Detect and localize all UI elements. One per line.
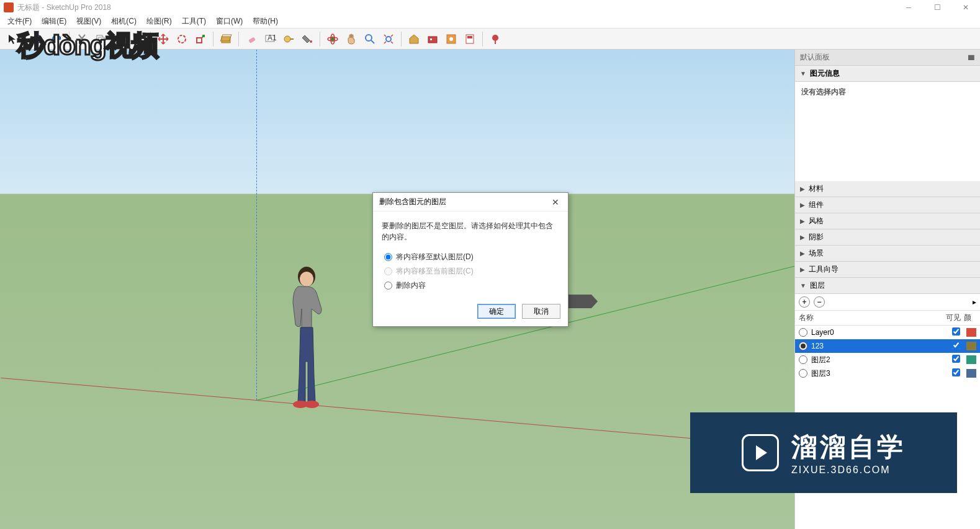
title-bar: 无标题 - SketchUp Pro 2018 ─ ☐ ✕: [0, 0, 980, 15]
layer-row[interactable]: 123: [795, 339, 980, 353]
layout-icon[interactable]: [461, 30, 479, 48]
svg-point-17: [284, 36, 290, 42]
svg-point-25: [386, 37, 391, 42]
layer-visible-checkbox[interactable]: [952, 368, 960, 376]
collapse-icon: ▼: [800, 70, 806, 77]
zoom-extents-icon[interactable]: [380, 30, 397, 48]
scale-icon[interactable]: [192, 30, 209, 48]
tray-title[interactable]: 默认面板 ⯀: [795, 50, 980, 66]
dialog-titlebar[interactable]: 删除包含图元的图层 ✕: [373, 193, 568, 211]
svg-rect-31: [467, 36, 472, 38]
svg-point-19: [310, 40, 312, 43]
extension-warehouse-icon[interactable]: [424, 30, 441, 48]
layer-list: Layer0 123 图层2 图层3: [795, 326, 980, 380]
layers-column-headers: 名称 可见 颜: [795, 311, 980, 326]
play-icon: [742, 434, 779, 471]
menu-view[interactable]: 视图(V): [71, 15, 106, 28]
svg-rect-12: [222, 37, 230, 43]
app-icon: [4, 2, 14, 12]
svg-point-23: [366, 35, 372, 41]
add-layer-button[interactable]: +: [799, 296, 810, 308]
delete-layer-dialog: 删除包含图元的图层 ✕ 要删除的图层不是空图层。请选择如何处理其中包含的内容。 …: [372, 192, 569, 327]
orbit-icon[interactable]: [324, 30, 341, 48]
text-icon[interactable]: A1: [261, 30, 279, 48]
svg-point-36: [304, 401, 319, 408]
red-axis: [1, 378, 792, 448]
dialog-title-text: 删除包含图元的图层: [379, 197, 446, 207]
panel-materials[interactable]: ▶材料: [795, 181, 980, 197]
layer-active-radio[interactable]: [799, 369, 807, 378]
svg-line-24: [371, 40, 374, 43]
layer-color-swatch[interactable]: [966, 328, 976, 337]
layer-active-radio[interactable]: [799, 328, 807, 337]
layer-row[interactable]: 图层2: [795, 353, 980, 367]
layer-active-radio[interactable]: [799, 342, 807, 350]
layers-toolbar: + − ▸: [795, 294, 980, 311]
paint-bucket-icon[interactable]: [299, 30, 316, 48]
make-component-icon[interactable]: [217, 30, 235, 48]
option-delete-contents[interactable]: 删除内容: [384, 278, 559, 293]
menu-file[interactable]: 文件(F): [2, 15, 37, 28]
option-move-default[interactable]: 将内容移至默认图层(D): [384, 250, 559, 264]
entity-info-header[interactable]: ▼ 图元信息: [795, 66, 980, 82]
close-button[interactable]: ✕: [951, 0, 980, 15]
tape-measure-icon[interactable]: [280, 30, 297, 48]
dialog-options: 将内容移至默认图层(D) 将内容移至当前图层(C) 删除内容: [384, 250, 559, 293]
layers-menu-button[interactable]: ▸: [973, 298, 976, 306]
menu-window[interactable]: 窗口(W): [211, 15, 248, 28]
watermark-top-left: 秒dòng视频: [17, 27, 179, 68]
menu-draw[interactable]: 绘图(R): [142, 15, 177, 28]
scale-figure[interactable]: [282, 265, 338, 409]
panel-components[interactable]: ▶组件: [795, 197, 980, 213]
svg-point-34: [300, 272, 313, 287]
eraser-icon[interactable]: [243, 30, 260, 48]
svg-rect-26: [428, 37, 437, 43]
layer-visible-checkbox[interactable]: [952, 327, 960, 336]
panel-layers-header[interactable]: ▼图层: [795, 278, 980, 294]
option-move-current: 将内容移至当前图层(C): [384, 264, 559, 278]
svg-point-32: [492, 35, 498, 41]
menu-help[interactable]: 帮助(H): [248, 15, 283, 28]
layer-row[interactable]: Layer0: [795, 326, 980, 339]
tray-pin-icon[interactable]: ⯀: [968, 53, 975, 62]
dialog-message: 要删除的图层不是空图层。请选择如何处理其中包含的内容。: [382, 220, 559, 242]
menu-tools[interactable]: 工具(T): [177, 15, 211, 28]
cancel-button[interactable]: 取消: [522, 304, 560, 319]
panel-shadows[interactable]: ▶阴影: [795, 229, 980, 246]
menu-camera[interactable]: 相机(C): [106, 15, 142, 28]
panel-scenes[interactable]: ▶场景: [795, 246, 980, 262]
layer-color-swatch[interactable]: [966, 369, 976, 378]
add-location-icon: [487, 30, 504, 48]
layer-active-radio[interactable]: [799, 355, 807, 364]
panel-instructor[interactable]: ▶工具向导: [795, 262, 980, 278]
svg-point-29: [449, 37, 453, 41]
inference-arrow: [567, 295, 598, 308]
pan-icon[interactable]: [343, 30, 360, 48]
menu-edit[interactable]: 编辑(E): [37, 15, 71, 28]
maximize-button[interactable]: ☐: [923, 0, 951, 15]
svg-rect-14: [248, 37, 256, 43]
svg-point-10: [178, 35, 186, 43]
layer-color-swatch[interactable]: [966, 355, 976, 364]
layer-color-swatch[interactable]: [966, 342, 976, 350]
watermark-bottom-right: 溜溜自学 ZIXUE.3D66.COM: [690, 412, 957, 493]
layer-visible-checkbox[interactable]: [952, 355, 960, 363]
ok-button[interactable]: 确定: [477, 304, 516, 319]
entity-info-body: 没有选择内容: [795, 82, 980, 181]
menu-bar: 文件(F) 编辑(E) 视图(V) 相机(C) 绘图(R) 工具(T) 窗口(W…: [0, 15, 980, 29]
minimize-button[interactable]: ─: [894, 0, 923, 15]
layer-visible-checkbox[interactable]: [952, 341, 960, 349]
layer-row[interactable]: 图层3: [795, 367, 980, 380]
extension-manager-icon[interactable]: [443, 30, 460, 48]
zoom-icon[interactable]: [361, 30, 379, 48]
window-title: 无标题 - SketchUp Pro 2018: [17, 2, 111, 13]
svg-text:A1: A1: [267, 33, 276, 42]
blue-axis: [256, 50, 257, 400]
dialog-close-button[interactable]: ✕: [549, 197, 562, 207]
svg-rect-27: [430, 38, 432, 40]
remove-layer-button[interactable]: −: [814, 296, 825, 308]
panel-styles[interactable]: ▶风格: [795, 213, 980, 229]
warehouse-icon[interactable]: [405, 30, 423, 48]
svg-rect-11: [197, 38, 202, 43]
